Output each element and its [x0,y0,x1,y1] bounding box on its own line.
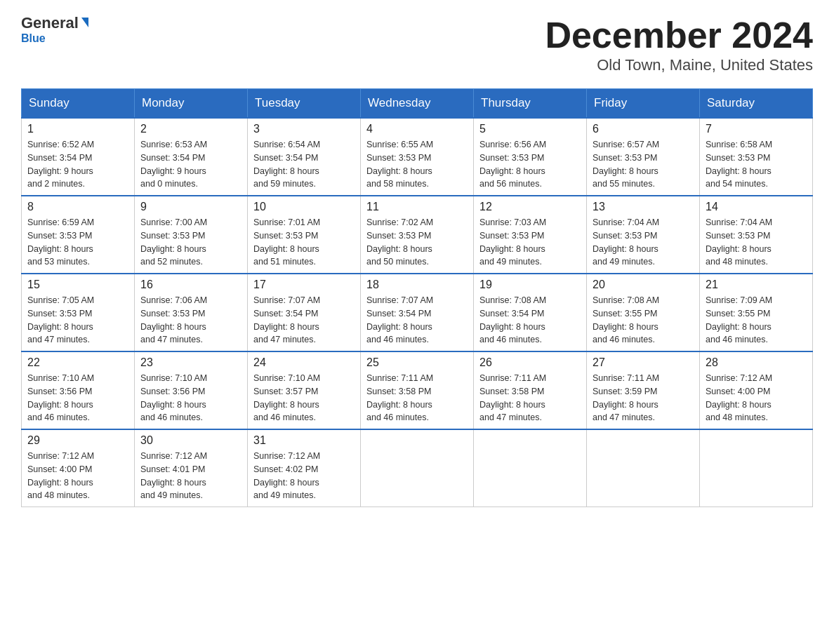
calendar-cell: 4Sunrise: 6:55 AMSunset: 3:53 PMDaylight… [361,118,474,196]
day-number: 19 [479,279,581,291]
weekday-header-wednesday: Wednesday [361,89,474,119]
weekday-header-monday: Monday [135,89,248,119]
calendar-cell [700,429,813,507]
day-number: 1 [27,123,128,135]
day-info: Sunrise: 7:04 AMSunset: 3:53 PMDaylight:… [593,216,694,269]
calendar-cell: 8Sunrise: 6:59 AMSunset: 3:53 PMDaylight… [22,196,135,274]
day-info: Sunrise: 7:11 AMSunset: 3:58 PMDaylight:… [479,372,581,424]
calendar-cell: 29Sunrise: 7:12 AMSunset: 4:00 PMDayligh… [22,429,135,507]
title-section: December 2024 Old Town, Maine, United St… [545,14,813,74]
calendar-cell [361,429,474,507]
day-info: Sunrise: 7:12 AMSunset: 4:00 PMDaylight:… [706,372,807,424]
calendar-cell [474,429,587,507]
day-info: Sunrise: 7:09 AMSunset: 3:55 PMDaylight:… [706,294,807,347]
day-info: Sunrise: 7:07 AMSunset: 3:54 PMDaylight:… [366,294,468,347]
calendar-cell: 17Sunrise: 7:07 AMSunset: 3:54 PMDayligh… [248,274,361,351]
logo-general: General [21,14,79,32]
calendar-cell: 2Sunrise: 6:53 AMSunset: 3:54 PMDaylight… [135,118,248,196]
calendar-cell: 30Sunrise: 7:12 AMSunset: 4:01 PMDayligh… [135,429,248,507]
day-info: Sunrise: 7:07 AMSunset: 3:54 PMDaylight:… [253,294,355,347]
calendar-cell: 13Sunrise: 7:04 AMSunset: 3:53 PMDayligh… [587,196,700,274]
page-header: General Blue December 2024 Old Town, Mai… [21,14,813,74]
calendar-cell: 23Sunrise: 7:10 AMSunset: 3:56 PMDayligh… [135,351,248,429]
day-info: Sunrise: 6:58 AMSunset: 3:53 PMDaylight:… [706,138,807,191]
week-row-4: 22Sunrise: 7:10 AMSunset: 3:56 PMDayligh… [22,351,813,429]
day-info: Sunrise: 6:52 AMSunset: 3:54 PMDaylight:… [27,138,128,191]
day-number: 28 [706,356,807,369]
day-number: 26 [479,356,581,369]
weekday-header-tuesday: Tuesday [248,89,361,119]
day-number: 20 [593,279,694,291]
calendar-cell: 10Sunrise: 7:01 AMSunset: 3:53 PMDayligh… [248,196,361,274]
location: Old Town, Maine, United States [545,56,813,74]
calendar-table: SundayMondayTuesdayWednesdayThursdayFrid… [21,88,813,507]
day-number: 21 [706,279,807,291]
day-number: 11 [366,201,468,213]
weekday-header-saturday: Saturday [700,89,813,119]
calendar-cell: 28Sunrise: 7:12 AMSunset: 4:00 PMDayligh… [700,351,813,429]
day-number: 13 [593,201,694,213]
day-number: 15 [27,279,128,291]
calendar-cell: 25Sunrise: 7:11 AMSunset: 3:58 PMDayligh… [361,351,474,429]
calendar-cell: 16Sunrise: 7:06 AMSunset: 3:53 PMDayligh… [135,274,248,351]
day-number: 3 [253,123,355,135]
day-info: Sunrise: 6:53 AMSunset: 3:54 PMDaylight:… [140,138,241,191]
day-number: 4 [366,123,468,135]
day-number: 5 [479,123,581,135]
calendar-cell: 19Sunrise: 7:08 AMSunset: 3:54 PMDayligh… [474,274,587,351]
day-info: Sunrise: 7:04 AMSunset: 3:53 PMDaylight:… [706,216,807,269]
day-number: 16 [140,279,241,291]
weekday-header-friday: Friday [587,89,700,119]
calendar-cell: 20Sunrise: 7:08 AMSunset: 3:55 PMDayligh… [587,274,700,351]
day-number: 9 [140,201,241,213]
calendar-cell: 21Sunrise: 7:09 AMSunset: 3:55 PMDayligh… [700,274,813,351]
day-number: 23 [140,356,241,369]
day-number: 22 [27,356,128,369]
weekday-header-row: SundayMondayTuesdayWednesdayThursdayFrid… [22,89,813,119]
logo: General Blue [21,14,88,45]
day-number: 14 [706,201,807,213]
week-row-3: 15Sunrise: 7:05 AMSunset: 3:53 PMDayligh… [22,274,813,351]
day-info: Sunrise: 7:08 AMSunset: 3:55 PMDaylight:… [593,294,694,347]
logo-blue: Blue [21,32,46,44]
calendar-cell: 1Sunrise: 6:52 AMSunset: 3:54 PMDaylight… [22,118,135,196]
day-info: Sunrise: 7:01 AMSunset: 3:53 PMDaylight:… [253,216,355,269]
calendar-cell: 24Sunrise: 7:10 AMSunset: 3:57 PMDayligh… [248,351,361,429]
calendar-cell: 3Sunrise: 6:54 AMSunset: 3:54 PMDaylight… [248,118,361,196]
day-info: Sunrise: 7:11 AMSunset: 3:58 PMDaylight:… [366,372,468,424]
calendar-cell: 11Sunrise: 7:02 AMSunset: 3:53 PMDayligh… [361,196,474,274]
day-number: 17 [253,279,355,291]
day-number: 6 [593,123,694,135]
week-row-1: 1Sunrise: 6:52 AMSunset: 3:54 PMDaylight… [22,118,813,196]
calendar-cell: 14Sunrise: 7:04 AMSunset: 3:53 PMDayligh… [700,196,813,274]
day-info: Sunrise: 6:59 AMSunset: 3:53 PMDaylight:… [27,216,128,269]
calendar-cell [587,429,700,507]
day-number: 24 [253,356,355,369]
day-number: 10 [253,201,355,213]
day-info: Sunrise: 6:56 AMSunset: 3:53 PMDaylight:… [479,138,581,191]
logo-arrow-icon [81,18,88,27]
weekday-header-sunday: Sunday [22,89,135,119]
day-info: Sunrise: 7:05 AMSunset: 3:53 PMDaylight:… [27,294,128,347]
calendar-cell: 26Sunrise: 7:11 AMSunset: 3:58 PMDayligh… [474,351,587,429]
day-info: Sunrise: 7:08 AMSunset: 3:54 PMDaylight:… [479,294,581,347]
day-info: Sunrise: 7:02 AMSunset: 3:53 PMDaylight:… [366,216,468,269]
day-number: 31 [253,434,355,447]
calendar-cell: 5Sunrise: 6:56 AMSunset: 3:53 PMDaylight… [474,118,587,196]
calendar-cell: 15Sunrise: 7:05 AMSunset: 3:53 PMDayligh… [22,274,135,351]
month-title: December 2024 [545,14,813,56]
logo-blue-text: Blue [21,32,46,45]
week-row-5: 29Sunrise: 7:12 AMSunset: 4:00 PMDayligh… [22,429,813,507]
calendar-cell: 6Sunrise: 6:57 AMSunset: 3:53 PMDaylight… [587,118,700,196]
day-number: 7 [706,123,807,135]
day-info: Sunrise: 6:57 AMSunset: 3:53 PMDaylight:… [593,138,694,191]
calendar-cell: 22Sunrise: 7:10 AMSunset: 3:56 PMDayligh… [22,351,135,429]
day-number: 8 [27,201,128,213]
day-info: Sunrise: 7:10 AMSunset: 3:56 PMDaylight:… [140,372,241,424]
day-info: Sunrise: 7:10 AMSunset: 3:56 PMDaylight:… [27,372,128,424]
day-number: 29 [27,434,128,447]
weekday-header-thursday: Thursday [474,89,587,119]
day-info: Sunrise: 7:00 AMSunset: 3:53 PMDaylight:… [140,216,241,269]
calendar-cell: 27Sunrise: 7:11 AMSunset: 3:59 PMDayligh… [587,351,700,429]
logo-text: General [21,14,88,32]
